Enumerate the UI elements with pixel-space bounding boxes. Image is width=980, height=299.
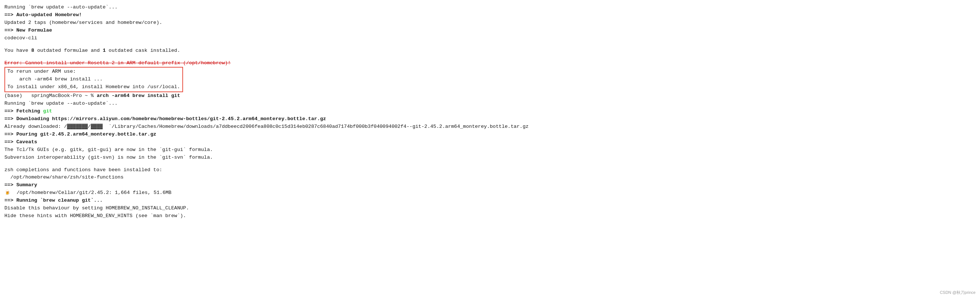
line-pouring: ==> Pouring git-2.45.2.arm64_monterey.bo… <box>5 131 975 138</box>
line-outdated: You have 8 outdated formulae and 1 outda… <box>5 47 975 55</box>
line-box-1: To rerun under ARM use: <box>7 68 180 76</box>
line-tcl-tk: The Tcl/Tk GUIs (e.g. gitk, git-gui) are… <box>5 146 975 154</box>
spacer-2 <box>5 55 975 60</box>
line-brew-update-2: Running `brew update --auto-update`... <box>5 100 975 108</box>
line-error: Error: Cannot install under Rosetta 2 in… <box>5 60 975 67</box>
line-box-3: To install under x86_64, install Homebre… <box>7 83 180 91</box>
line-auto-updated: ==> Auto-updated Homebrew! <box>5 11 975 19</box>
line-summary: ==> Summary <box>5 182 975 189</box>
line-cellar: 🍺 /opt/homebrew/Cellar/git/2.45.2: 1,664… <box>5 189 975 197</box>
line-fetching: ==> Fetching git <box>5 108 975 115</box>
spacer-1 <box>5 42 975 47</box>
line-cmd: (base) springMacBook-Pro ~ % arch -arm64… <box>5 92 975 100</box>
line-codecov: codecov-cli <box>5 35 975 42</box>
line-box-2: arch -arm64 brew install ... <box>7 76 180 83</box>
boxed-instructions: To rerun under ARM use: arch -arm64 brew… <box>5 67 183 92</box>
line-zsh-path: /opt/homebrew/share/zsh/site-functions <box>5 174 975 182</box>
spacer-3 <box>5 161 975 166</box>
line-hide: Hide these hints with HOMEBREW_NO_ENV_HI… <box>5 212 975 220</box>
line-new-formulae: ==> New Formulae <box>5 27 975 35</box>
terminal-output: Running `brew update --auto-update`... =… <box>5 4 975 220</box>
line-cleanup: ==> Running `brew cleanup git`... <box>5 197 975 205</box>
line-already-downloaded: Already downloaded: /▓▓▓▓▓▓▓/▓▓▓▓ `/Libr… <box>5 123 975 131</box>
line-disable: Disable this behaviour by setting HOMEBR… <box>5 205 975 212</box>
line-downloading: ==> Downloading https://mirrors.aliyun.c… <box>5 115 975 123</box>
line-brew-update-1: Running `brew update --auto-update`... <box>5 4 975 11</box>
watermark: CSDN @秋刀prince <box>940 290 975 295</box>
line-caveats: ==> Caveats <box>5 138 975 146</box>
line-updated-taps: Updated 2 taps (homebrew/services and ho… <box>5 19 975 27</box>
line-subversion: Subversion interoperability (git-svn) is… <box>5 154 975 161</box>
line-zsh-completions: zsh completions and functions have been … <box>5 166 975 174</box>
